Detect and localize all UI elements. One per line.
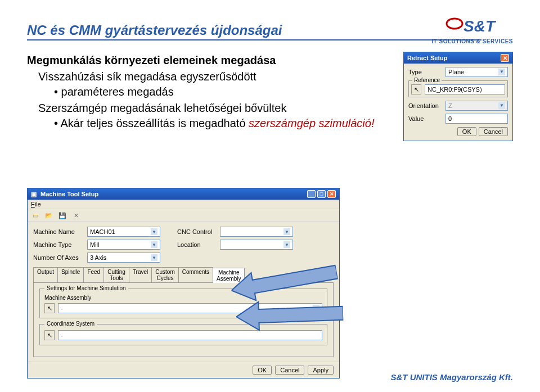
delete-icon[interactable]: ✕ xyxy=(71,211,80,220)
page-title: NC és CMM gyártástervezés újdonságai xyxy=(27,22,282,38)
csys-value: - xyxy=(61,332,63,339)
tab-custom-cycles[interactable]: Custom Cycles xyxy=(151,267,178,282)
apply-button[interactable]: Apply xyxy=(308,366,334,375)
reference-value: NC_KR0:F9(CSYS) xyxy=(428,85,482,93)
value-value: 0 xyxy=(448,115,452,123)
cnc-control-label: CNC Control xyxy=(177,228,217,235)
chevron-down-icon: ▼ xyxy=(151,241,158,248)
cancel-button[interactable]: Cancel xyxy=(479,127,508,136)
tab-feed[interactable]: Feed xyxy=(83,267,104,282)
location-label: Location xyxy=(177,241,217,248)
type-dropdown[interactable]: Plane ▼ xyxy=(446,67,508,77)
snt-logo-icon: S&T xyxy=(444,16,501,37)
retract-title: Retract Setup xyxy=(407,55,448,61)
open-icon[interactable]: 📂 xyxy=(44,211,53,220)
menu-file[interactable]: File xyxy=(31,201,41,208)
chevron-down-icon: ▼ xyxy=(151,228,158,235)
reference-group-label: Reference xyxy=(412,77,442,83)
reference-pick-button[interactable]: ↖ xyxy=(411,84,421,94)
new-icon[interactable]: ▭ xyxy=(31,211,40,220)
callout-arrow-2 xyxy=(236,296,344,334)
machine-type-field[interactable]: Mill ▼ xyxy=(87,240,160,250)
csys-pick[interactable]: ↖ xyxy=(44,330,55,340)
orientation-value: Z xyxy=(448,102,452,110)
footer: S&T UNITIS Magyarország Kft. xyxy=(390,372,513,382)
ok-button[interactable]: OK xyxy=(457,127,476,136)
bullet-2a: Akár teljes összeállítás is megadható xyxy=(60,117,249,129)
machine-name-label: Machine Name xyxy=(33,228,84,235)
axes-value: 3 Axis xyxy=(90,254,106,261)
save-icon[interactable]: 💾 xyxy=(58,211,67,220)
svg-point-0 xyxy=(447,19,462,29)
header-rule xyxy=(27,39,482,40)
mt-app-icon: ▣ xyxy=(31,191,37,197)
location-field[interactable]: ▼ xyxy=(220,240,293,250)
machine-assembly-value: - xyxy=(61,305,63,312)
cancel-button[interactable]: Cancel xyxy=(275,366,304,375)
minimize-button[interactable]: _ xyxy=(307,190,316,198)
tab-cutting-tools[interactable]: Cutting Tools xyxy=(104,267,129,282)
chevron-down-icon: ▼ xyxy=(151,254,158,261)
cnc-control-field[interactable]: ▼ xyxy=(220,227,293,237)
value-label: Value xyxy=(408,115,442,122)
retract-titlebar: Retract Setup ✕ xyxy=(404,52,512,64)
close-button[interactable]: ✕ xyxy=(501,54,509,62)
axes-field[interactable]: 3 Axis ▼ xyxy=(87,253,160,263)
orientation-dropdown[interactable]: Z ▼ xyxy=(446,101,508,111)
chevron-down-icon: ▼ xyxy=(284,228,290,235)
reference-field[interactable]: NC_KR0:F9(CSYS) xyxy=(425,84,505,94)
type-label: Type xyxy=(408,69,442,75)
machine-name-field[interactable]: MACH01 ▼ xyxy=(87,227,160,237)
mt-title: Machine Tool Setup xyxy=(40,191,98,197)
chevron-down-icon: ▼ xyxy=(498,102,505,109)
menu-bar: File xyxy=(28,200,339,209)
svg-marker-3 xyxy=(236,299,344,331)
tab-comments[interactable]: Comments xyxy=(178,267,213,282)
chevron-down-icon: ▼ xyxy=(498,69,505,75)
bullet-2b: szerszámgép szimuláció! xyxy=(249,117,374,129)
machine-name-value: MACH01 xyxy=(90,228,115,235)
retract-setup-dialog: Retract Setup ✕ Type Plane ▼ Reference ↖… xyxy=(403,52,513,141)
tab-output[interactable]: Output xyxy=(33,267,58,282)
type-value: Plane xyxy=(448,68,464,76)
machine-type-label: Machine Type xyxy=(33,241,84,248)
mt-titlebar: ▣ Machine Tool Setup _ □ ✕ xyxy=(28,188,339,200)
ok-button[interactable]: OK xyxy=(253,366,272,375)
svg-text:S&T: S&T xyxy=(464,17,497,35)
simulation-settings-label: Settings for Machine Simulation xyxy=(44,285,128,291)
coordinate-system-label: Coordinate System xyxy=(44,321,97,327)
axes-label: Number Of Axes xyxy=(33,254,84,261)
tab-travel[interactable]: Travel xyxy=(129,267,152,282)
machine-assembly-pick[interactable]: ↖ xyxy=(44,303,55,313)
tab-spindle[interactable]: Spindle xyxy=(57,267,84,282)
close-button[interactable]: ✕ xyxy=(327,190,336,198)
orientation-label: Orientation xyxy=(408,102,442,109)
maximize-button[interactable]: □ xyxy=(317,190,326,198)
bullet-1-text: paraméteres megadás xyxy=(61,85,174,98)
value-input[interactable]: 0 xyxy=(446,114,508,124)
toolbar: ▭ 📂 💾 ✕ xyxy=(28,209,339,222)
chevron-down-icon: ▼ xyxy=(284,241,290,248)
machine-type-value: Mill xyxy=(90,241,100,248)
